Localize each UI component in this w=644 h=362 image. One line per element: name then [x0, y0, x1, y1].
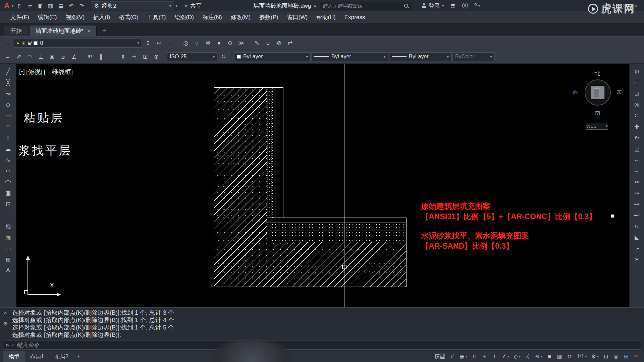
isolate-objects-button[interactable]: ◎ — [611, 352, 621, 361]
join-tool-button[interactable]: ∪ — [632, 221, 642, 231]
dim-aligned-button[interactable]: ⇗ — [14, 52, 24, 62]
viewport-minimize-control[interactable]: [-] — [19, 68, 25, 76]
layer-merge-button[interactable]: ∪ — [263, 38, 273, 48]
layer-walk-button[interactable]: ≫ — [236, 38, 246, 48]
tab-close-icon[interactable]: × — [88, 28, 91, 34]
snap-toggle[interactable]: ▦ ▾ — [458, 352, 469, 361]
dim-style-dropdown[interactable]: ISO-25 ▾ — [167, 52, 217, 61]
viewcube-west-label[interactable]: 西 — [573, 89, 578, 96]
rotate-tool-button[interactable]: ↻ — [632, 133, 642, 143]
erase-tool-button[interactable]: ⊘ — [632, 66, 642, 76]
new-drawing-tab-button[interactable]: + — [100, 26, 108, 35]
spline-tool-button[interactable]: ∿ — [3, 155, 13, 165]
tolerance-button[interactable]: ⊞ — [140, 52, 150, 62]
menu-view[interactable]: 视图(V) — [61, 11, 89, 23]
menu-tools[interactable]: 工具(T) — [143, 11, 170, 23]
point-tool-button[interactable]: ∙ — [3, 210, 13, 220]
menu-window[interactable]: 窗口(W) — [283, 11, 312, 23]
mtext-tool-button[interactable]: A — [3, 265, 13, 276]
menu-parametric[interactable]: 参数(P) — [255, 11, 283, 23]
logo-menu-caret-icon[interactable]: ▾ — [12, 4, 14, 8]
linetype-control-dropdown[interactable]: ByLayer ▾ — [312, 52, 388, 61]
workspace-switcher[interactable]: ⚙ 经典2 ▾ — [91, 1, 174, 10]
layer-off-button[interactable]: ● — [214, 38, 224, 48]
viewport-view-control[interactable]: [俯视] — [26, 68, 43, 76]
lineweight-toggle[interactable]: ≡ — [545, 352, 554, 361]
tab-model[interactable]: 模型 — [3, 351, 25, 362]
dim-ordinate-button[interactable]: ⊥ — [36, 52, 46, 62]
center-mark-button[interactable]: ⊕ — [151, 52, 161, 62]
ortho-toggle[interactable]: ⊥ — [490, 352, 499, 361]
undo-button[interactable]: ↶ — [67, 1, 76, 10]
break-at-point-tool-button[interactable]: ⊶ — [632, 199, 642, 209]
polyline-tool-button[interactable]: ↝ — [3, 88, 13, 99]
dim-angular-button[interactable]: ∠ — [69, 52, 79, 62]
command-panel-options-icon[interactable]: ⚙ — [3, 321, 7, 327]
layer-states-button[interactable]: ≡ — [165, 38, 175, 48]
qat-customize-caret-icon[interactable]: ▾ — [175, 4, 177, 8]
save-as-button[interactable]: ▥ — [46, 1, 55, 10]
command-panel-close-button[interactable]: × — [4, 310, 7, 315]
dim-update-button[interactable]: ↻ — [218, 52, 228, 62]
make-object-layer-current-button[interactable]: ↥ — [143, 38, 153, 48]
viewcube-face[interactable] — [591, 86, 604, 99]
dim-arc-length-button[interactable]: ◠ — [25, 52, 35, 62]
drawing-canvas[interactable]: [-] [俯视] [二维线框] 粘贴层 浆找平层 — [16, 64, 629, 307]
rectangle-tool-button[interactable]: ▭ — [3, 111, 13, 121]
wcs-dropdown[interactable]: WCS ▾ — [586, 123, 608, 130]
dim-break-button[interactable]: ⊣ — [129, 52, 139, 62]
circle-tool-button[interactable]: ○ — [3, 133, 13, 143]
quick-dimension-button[interactable]: ≋ — [85, 52, 95, 62]
extend-tool-button[interactable]: ↦ — [632, 188, 642, 198]
layer-isolate-button[interactable]: ◎ — [181, 38, 191, 48]
menu-insert[interactable]: 插入(I) — [89, 11, 114, 23]
dim-linear-button[interactable]: ↔ — [3, 52, 13, 62]
autodesk-account-icon[interactable]: Ⓐ — [462, 2, 468, 10]
arc-tool-button[interactable]: ◠ — [3, 122, 13, 132]
menu-express[interactable]: Express — [340, 11, 369, 23]
customize-button[interactable]: ≣ — [632, 352, 641, 361]
ellipse-tool-button[interactable]: ○ — [1, 166, 15, 176]
construction-line-tool-button[interactable]: ╳ — [3, 77, 13, 87]
command-prompt-caret-icon[interactable]: ▾ — [12, 343, 14, 347]
copy-tool-button[interactable]: ◫ — [632, 77, 642, 87]
color-control-dropdown[interactable]: ByLayer ▾ — [234, 52, 311, 61]
layer-unisolate-button[interactable]: ○ — [192, 38, 202, 48]
polygon-tool-button[interactable]: ◇ — [3, 100, 13, 110]
viewcube-north-label[interactable]: 北 — [585, 70, 611, 77]
tab-layout2[interactable]: 布局2 — [49, 351, 74, 362]
break-tool-button[interactable]: ⊷ — [632, 210, 642, 220]
isodraft-toggle[interactable]: ◇ ▾ — [512, 352, 522, 361]
ellipse-arc-tool-button[interactable]: ◠ — [1, 177, 15, 187]
dim-diameter-button[interactable]: ⌀ — [58, 52, 68, 62]
annotation-monitor-toggle[interactable]: ⊡ — [601, 352, 610, 361]
menu-help[interactable]: 帮助(H) — [312, 11, 340, 23]
lengthen-tool-button[interactable]: ⇔ — [632, 166, 642, 176]
scale-tool-button[interactable]: ◿ — [632, 144, 642, 154]
hatch-tool-button[interactable]: ▨ — [3, 221, 13, 231]
menu-dimension[interactable]: 标注(N) — [198, 11, 226, 23]
minimize-button[interactable]: ─ — [609, 1, 619, 10]
layer-freeze-button[interactable]: ✻ — [203, 38, 213, 48]
plot-style-dropdown[interactable]: ByColor ▾ — [452, 52, 495, 61]
new-drawing-button[interactable]: ▯ — [15, 1, 24, 10]
dim-baseline-button[interactable]: ∥ — [96, 52, 106, 62]
command-input[interactable] — [16, 342, 638, 349]
polar-tracking-toggle[interactable]: ∠ ▾ — [500, 352, 511, 361]
layer-translator-button[interactable]: ⇄ — [285, 38, 295, 48]
array-tool-button[interactable]: ∷ — [632, 111, 642, 121]
revision-cloud-tool-button[interactable]: ☁ — [3, 144, 13, 154]
dynamic-input-toggle[interactable]: ⌖ — [480, 352, 489, 361]
command-history[interactable]: 选择对象或 [拾取内部点(K)/删除边界(B)]:找到 1 个, 总计 3 个 … — [12, 309, 641, 339]
layer-properties-manager-button[interactable]: ≡ — [3, 38, 13, 48]
stretch-tool-button[interactable]: ↔ — [632, 155, 642, 165]
app-store-cart-icon[interactable] — [450, 3, 456, 8]
create-block-tool-button[interactable]: ⊡ — [3, 199, 13, 209]
close-button[interactable]: × — [631, 1, 641, 10]
trim-tool-button[interactable]: ✂ — [632, 177, 642, 187]
menu-format[interactable]: 格式(O) — [114, 11, 143, 23]
dim-radius-button[interactable]: ◉ — [47, 52, 57, 62]
chamfer-tool-button[interactable]: ◣ — [632, 232, 642, 242]
mirror-tool-button[interactable]: ⊿ — [632, 88, 642, 99]
lineweight-control-dropdown[interactable]: ByLayer ▾ — [389, 52, 451, 61]
